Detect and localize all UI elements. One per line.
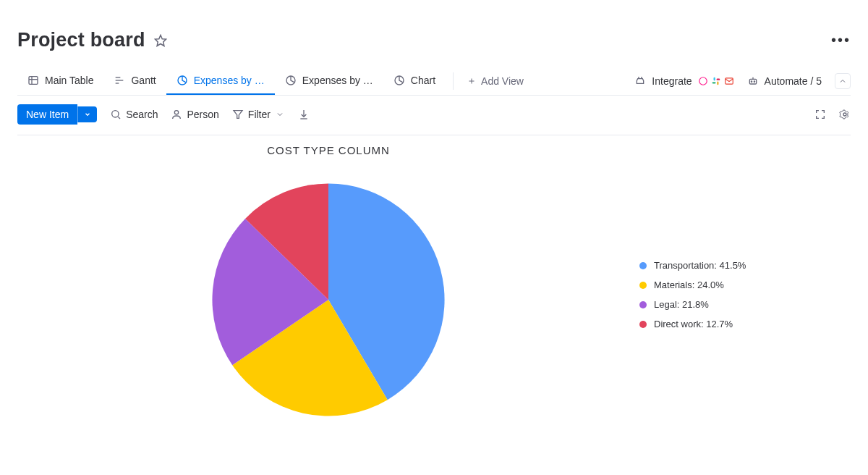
integrate-label: Integrate [652, 75, 692, 87]
divider [453, 72, 454, 90]
integration-pink-icon [698, 76, 708, 86]
new-item-label: New Item [26, 109, 69, 120]
tab-label: Gantt [131, 75, 156, 86]
fullscreen-icon[interactable] [814, 109, 826, 120]
robot-icon [747, 75, 759, 87]
star-icon[interactable] [154, 34, 167, 47]
legend-swatch [639, 301, 647, 308]
svg-rect-16 [716, 79, 720, 80]
tab-label: Main Table [45, 75, 93, 86]
svg-point-12 [699, 77, 707, 85]
chart-title: COST TYPE COLUMN [17, 144, 639, 156]
svg-point-20 [754, 81, 754, 82]
search-button[interactable]: Search [110, 109, 158, 120]
automate-button[interactable]: Automate / 5 [747, 75, 822, 87]
integrate-button[interactable]: Integrate [634, 75, 733, 87]
new-item-dropdown[interactable] [77, 106, 97, 122]
legend-label: Legal: 21.8% [654, 299, 709, 310]
svg-point-23 [175, 111, 179, 114]
legend-label: Direct work: 12.7% [654, 319, 733, 329]
new-item-button[interactable]: New Item [17, 104, 77, 125]
chevron-down-icon [275, 109, 285, 119]
search-label: Search [126, 109, 158, 120]
svg-point-25 [843, 113, 846, 116]
settings-icon[interactable] [839, 109, 851, 120]
filter-button[interactable]: Filter [232, 109, 285, 120]
gantt-icon [114, 75, 125, 86]
chart-icon [393, 75, 405, 86]
tab-gantt[interactable]: Gantt [103, 67, 166, 95]
tab-label: Expenses by … [194, 75, 265, 86]
tab-chart[interactable]: Chart [383, 67, 446, 95]
export-button[interactable] [298, 109, 310, 120]
person-label: Person [187, 109, 218, 120]
pie-chart [205, 169, 451, 430]
chart-icon [176, 75, 188, 86]
download-icon [298, 109, 310, 120]
svg-point-21 [112, 111, 119, 117]
legend-item-legal[interactable]: Legal: 21.8% [639, 299, 746, 310]
svg-line-22 [118, 117, 120, 119]
svg-rect-15 [712, 82, 715, 83]
add-view-button[interactable]: Add View [461, 68, 529, 94]
legend-item-direct-work[interactable]: Direct work: 12.7% [639, 319, 746, 329]
collapse-header-button[interactable] [835, 73, 851, 89]
integration-gmail-icon [724, 76, 734, 86]
filter-icon [232, 109, 244, 120]
integration-slack-icon [711, 76, 721, 86]
legend-item-materials[interactable]: Materials: 24.0% [639, 279, 746, 290]
svg-marker-24 [234, 111, 242, 119]
person-icon [171, 109, 182, 120]
search-icon [110, 109, 122, 120]
chart-legend: Transportation: 41.5%Materials: 24.0%Leg… [639, 144, 746, 338]
legend-label: Materials: 24.0% [654, 279, 724, 290]
tab-label: Expenses by … [302, 75, 373, 86]
plus-icon [467, 76, 477, 86]
chart-icon [285, 75, 297, 86]
svg-rect-14 [717, 82, 718, 85]
tab-main-table[interactable]: Main Table [17, 67, 103, 95]
page-title: Project board [17, 29, 145, 51]
more-menu-icon[interactable]: ••• [831, 32, 851, 49]
legend-swatch [639, 282, 647, 289]
legend-item-transportation[interactable]: Transportation: 41.5% [639, 260, 746, 271]
automate-label: Automate / 5 [765, 75, 822, 87]
legend-label: Transportation: 41.5% [654, 260, 746, 271]
legend-swatch [639, 321, 647, 328]
add-view-label: Add View [481, 75, 524, 87]
svg-rect-13 [713, 77, 715, 81]
person-filter-button[interactable]: Person [171, 109, 218, 120]
legend-swatch [639, 262, 647, 269]
table-icon [27, 75, 39, 86]
tab-exp1[interactable]: Expenses by … [166, 67, 275, 95]
svg-point-19 [751, 81, 752, 82]
svg-marker-0 [155, 35, 166, 46]
integrate-icon [634, 75, 646, 87]
svg-rect-1 [29, 77, 38, 85]
tab-label: Chart [411, 75, 435, 86]
filter-label: Filter [248, 109, 271, 120]
tab-exp2[interactable]: Expenses by … [275, 67, 383, 95]
